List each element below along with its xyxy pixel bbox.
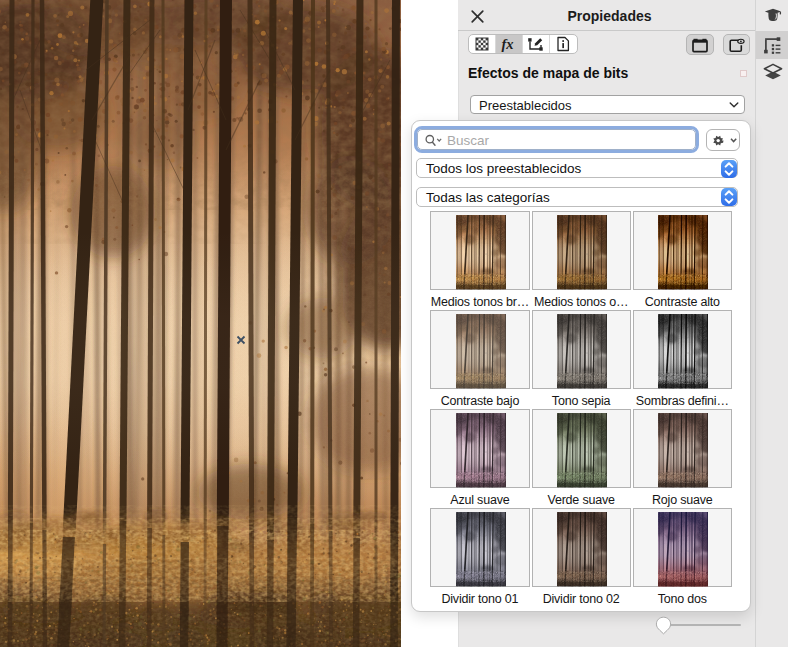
svg-text:fx: fx xyxy=(501,37,513,52)
